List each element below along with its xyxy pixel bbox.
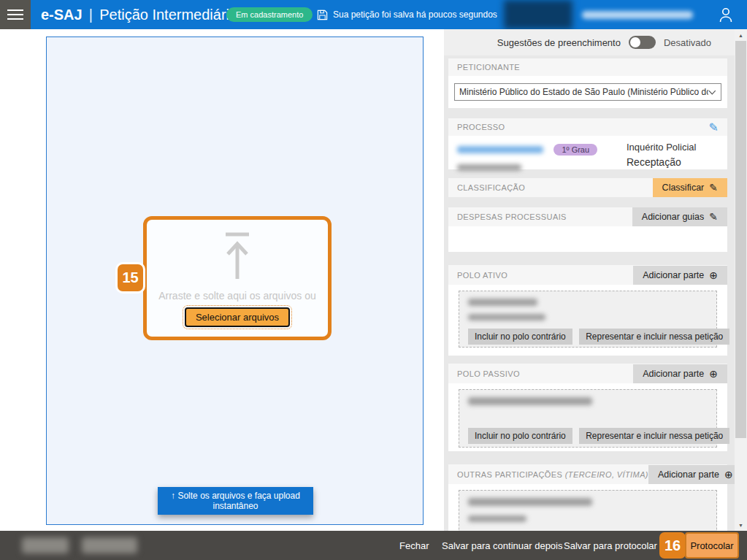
section-header: CLASSIFICAÇÃO Classificar ✎ (448, 178, 727, 197)
top-bar: e-SAJ | Petição Intermediária Em cadastr… (0, 0, 747, 29)
pencil-icon: ✎ (709, 121, 719, 134)
scroll-up-arrow[interactable]: ▲ (735, 29, 747, 41)
section-classificacao: CLASSIFICAÇÃO Classificar ✎ (448, 178, 727, 197)
redacted-forum-name (457, 164, 521, 171)
section-polo-ativo: POLO ATIVO Adicionar parte ⊕ Incluir no … (448, 265, 727, 356)
select-files-button[interactable]: Selecionar arquivos (185, 307, 290, 327)
section-title: CLASSIFICAÇÃO (457, 183, 525, 192)
adicionar-parte-passivo-button[interactable]: Adicionar parte ⊕ (633, 364, 727, 383)
redacted-party-document (468, 515, 526, 522)
salvar-continuar-button[interactable]: Salvar para continuar depois (442, 531, 563, 560)
section-outras-participacoes: OUTRAS PARTICIPAÇÕES (TERCEIRO, VÍTIMA) … (448, 464, 727, 531)
menu-button[interactable] (0, 0, 31, 29)
section-title: POLO ATIVO (457, 271, 507, 280)
processo-classification: Inquérito Policial Receptação (627, 141, 696, 169)
plus-circle-icon: ⊕ (709, 368, 718, 380)
breadcrumb: e-SAJ | Petição Intermediária (41, 0, 237, 29)
sidebar-scrollbar[interactable]: ▲ ▼ (735, 29, 747, 531)
redacted-footer-logo (22, 537, 69, 553)
party-actions: Incluir no polo contrário Representar e … (468, 329, 708, 345)
section-header: PETICIONANTE (448, 58, 727, 76)
step-badge-16: 16 (659, 532, 686, 559)
section-despesas: DESPESAS PROCESSUAIS Adicionar guias ✎ (448, 207, 727, 252)
classificar-button[interactable]: Classificar ✎ (653, 178, 727, 197)
user-icon (717, 6, 735, 23)
section-header: POLO ATIVO Adicionar parte ⊕ (448, 265, 727, 285)
section-title: DESPESAS PROCESSUAIS (457, 212, 567, 221)
section-header: DESPESAS PROCESSUAIS Adicionar guias ✎ (448, 207, 727, 226)
petition-sidebar: Sugestões de preenchimento Desativado PE… (444, 29, 735, 531)
upload-arrow-icon (223, 231, 252, 281)
section-header: POLO PASSIVO Adicionar parte ⊕ (448, 364, 727, 383)
section-subtitle: (TERCEIRO, VÍTIMA) (565, 470, 648, 479)
redacted-party-document (468, 314, 545, 321)
party-card (459, 490, 717, 531)
processo-classe: Inquérito Policial (627, 141, 696, 155)
toggle-knob (630, 37, 640, 47)
party-card: Incluir no polo contrário Representar e … (459, 291, 717, 348)
plus-circle-icon: ⊕ (709, 269, 718, 281)
section-header: OUTRAS PARTICIPAÇÕES (TERCEIRO, VÍTIMA) … (448, 464, 727, 484)
processo-details: 1º Grau Inquérito Policial Receptação (448, 136, 727, 177)
fechar-button[interactable]: Fechar (399, 531, 429, 560)
redacted-process-number-link[interactable] (457, 146, 543, 153)
scrollbar-thumb[interactable] (735, 41, 746, 438)
party-actions: Incluir no polo contrário Representar e … (468, 428, 708, 444)
section-title: PROCESSO (457, 123, 505, 131)
party-card: Incluir no polo contrário Representar e … (459, 389, 717, 448)
representar-incluir-button[interactable]: Representar e incluir nessa petição (579, 428, 729, 444)
pencil-icon: ✎ (709, 211, 718, 223)
brand-logo: e-SAJ (41, 7, 83, 23)
petition-page: e-SAJ | Petição Intermediária Em cadastr… (0, 0, 747, 560)
section-header: PROCESSO ✎ (448, 118, 727, 136)
save-status: Sua petição foi salva há poucos segundos (317, 0, 497, 29)
adicionar-guias-button[interactable]: Adicionar guias ✎ (632, 207, 727, 226)
dropzone-hint: Arraste e solte aqui os arquivos ou (158, 290, 316, 302)
section-peticionante: PETICIONANTE Ministério Público do Estad… (448, 58, 727, 108)
protocolar-button[interactable]: Protocolar (685, 532, 739, 559)
adicionar-parte-outras-button[interactable]: Adicionar parte ⊕ (648, 465, 735, 484)
file-dropzone[interactable]: Arraste e solte aqui os arquivos ou Sele… (143, 216, 332, 340)
redacted-footer-logo (82, 537, 137, 553)
section-title: OUTRAS PARTICIPAÇÕES (TERCEIRO, VÍTIMA) (457, 470, 648, 479)
peticionante-select[interactable]: Ministério Público do Estado de São Paul… (454, 83, 721, 101)
page-title: Petição Intermediária (99, 7, 237, 23)
grau-badge: 1º Grau (553, 144, 597, 156)
instant-upload-button[interactable]: ↑ Solte os arquivos e faça upload instan… (158, 487, 313, 515)
redacted-party-name (468, 397, 592, 405)
hamburger-icon (7, 9, 23, 11)
redacted-header-box (504, 0, 572, 29)
suggestions-state: Desativado (664, 37, 711, 48)
section-polo-passivo: POLO PASSIVO Adicionar parte ⊕ Incluir n… (448, 364, 727, 451)
brand-separator: | (89, 6, 93, 23)
section-title: PETICIONANTE (457, 63, 520, 72)
step-badge-15: 15 (118, 264, 143, 291)
save-icon (317, 9, 328, 20)
representar-incluir-button[interactable]: Representar e incluir nessa petição (579, 329, 729, 345)
peticionante-selected-value: Ministério Público do Estado de São Paul… (459, 87, 708, 97)
pencil-icon: ✎ (709, 182, 718, 193)
section-title: POLO PASSIVO (457, 369, 520, 378)
save-message: Sua petição foi salva há poucos segundos (333, 9, 497, 20)
edit-processo-button[interactable]: ✎ (700, 118, 727, 137)
document-panel: Arraste e solte aqui os arquivos ou Sele… (46, 37, 424, 525)
suggestions-label: Sugestões de preenchimento (497, 37, 621, 48)
section-processo: PROCESSO ✎ 1º Grau Inquérito Policial Re… (448, 118, 727, 169)
incluir-polo-contrario-button[interactable]: Incluir no polo contrário (468, 428, 572, 444)
redacted-user-name (582, 11, 693, 19)
footer-action-bar: Fechar Salvar para continuar depois Salv… (0, 531, 747, 560)
suggestions-row: Sugestões de preenchimento Desativado (444, 29, 735, 55)
scroll-down-arrow[interactable]: ▼ (735, 519, 747, 531)
adicionar-parte-ativo-button[interactable]: Adicionar parte ⊕ (633, 266, 727, 285)
status-badge: Em cadastramento (226, 7, 313, 22)
redacted-party-name (468, 498, 592, 506)
redacted-party-name (468, 299, 537, 306)
user-account-button[interactable] (717, 6, 736, 25)
incluir-polo-contrario-button[interactable]: Incluir no polo contrário (468, 329, 572, 345)
plus-circle-icon: ⊕ (724, 469, 733, 480)
suggestions-toggle[interactable] (629, 36, 656, 49)
chevron-down-icon (708, 89, 716, 96)
processo-assunto: Receptação (627, 155, 696, 169)
